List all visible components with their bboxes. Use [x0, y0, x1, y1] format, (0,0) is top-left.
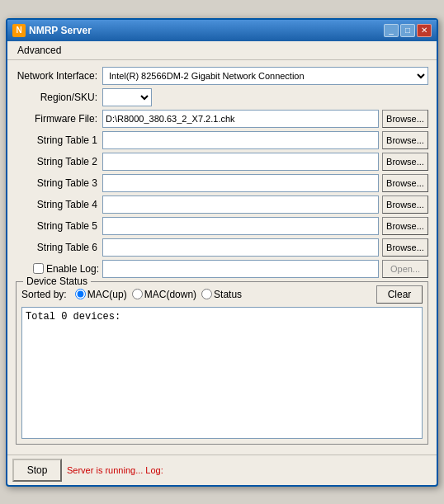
string-table-4-label: String Table 4	[16, 199, 102, 210]
menu-advanced[interactable]: Advanced	[12, 43, 66, 58]
sort-row: Sorted by: MAC(up) MAC(down) Status Clea…	[21, 285, 423, 304]
string-table-6-browse-button[interactable]: Browse...	[382, 238, 428, 257]
open-log-button[interactable]: Open...	[382, 260, 428, 278]
firmware-file-row: Firmware File: Browse...	[16, 110, 428, 128]
sorted-by-label: Sorted by:	[21, 289, 67, 300]
string-table-2-browse-button[interactable]: Browse...	[382, 153, 428, 171]
mac-up-label: MAC(up)	[87, 289, 127, 300]
status-text: Server is running... Log:	[67, 465, 432, 475]
firmware-file-input[interactable]	[102, 110, 379, 128]
string-table-1-label: String Table 1	[16, 134, 102, 146]
network-interface-row: Network Interface: Intel(R) 82566DM-2 Gi…	[16, 67, 428, 85]
mac-down-radio[interactable]	[132, 289, 143, 299]
status-label: Status	[214, 289, 242, 300]
string-table-4-row: String Table 4 Browse...	[16, 195, 428, 214]
string-table-2-row: String Table 2 Browse...	[16, 153, 428, 171]
string-table-3-browse-button[interactable]: Browse...	[382, 174, 428, 192]
string-table-1-input[interactable]	[102, 131, 379, 149]
string-table-5-label: String Table 5	[16, 220, 102, 232]
title-bar-left: N NMRP Server	[12, 24, 92, 37]
string-table-3-input[interactable]	[102, 174, 379, 192]
minimize-button[interactable]: _	[384, 24, 399, 37]
close-button[interactable]: ✕	[417, 24, 432, 37]
string-table-4-input[interactable]	[102, 195, 379, 214]
mac-up-radio[interactable]	[75, 289, 86, 299]
string-table-5-input[interactable]	[102, 217, 379, 235]
device-list-area: Total 0 devices:	[21, 307, 423, 439]
string-table-1-browse-button[interactable]: Browse...	[382, 131, 428, 149]
log-file-input[interactable]	[102, 260, 379, 278]
string-table-6-label: String Table 6	[16, 242, 102, 253]
content-area: Network Interface: Intel(R) 82566DM-2 Gi…	[7, 60, 437, 451]
mac-up-radio-label[interactable]: MAC(up)	[75, 289, 127, 300]
network-interface-select[interactable]: Intel(R) 82566DM-2 Gigabit Network Conne…	[102, 67, 428, 85]
network-interface-label: Network Interface:	[16, 70, 102, 82]
menubar: Advanced	[7, 41, 437, 60]
string-table-3-row: String Table 3 Browse...	[16, 174, 428, 192]
region-sku-select[interactable]	[102, 88, 152, 106]
device-status-legend: Device Status	[23, 276, 91, 287]
string-table-6-input[interactable]	[102, 238, 379, 257]
string-table-2-input[interactable]	[102, 153, 379, 171]
string-table-5-browse-button[interactable]: Browse...	[382, 217, 428, 235]
maximize-button[interactable]: □	[400, 24, 415, 37]
device-list-content: Total 0 devices:	[26, 311, 120, 323]
string-table-1-row: String Table 1 Browse...	[16, 131, 428, 149]
string-table-3-label: String Table 3	[16, 177, 102, 189]
device-status-group: Device Status Sorted by: MAC(up) MAC(dow…	[16, 281, 428, 445]
string-table-5-row: String Table 5 Browse...	[16, 217, 428, 235]
status-bar: Stop Server is running... Log:	[7, 455, 437, 485]
title-controls: _ □ ✕	[384, 24, 432, 37]
status-radio[interactable]	[201, 289, 212, 299]
title-bar: N NMRP Server _ □ ✕	[7, 20, 437, 41]
clear-button[interactable]: Clear	[376, 285, 423, 304]
mac-down-radio-label[interactable]: MAC(down)	[132, 289, 196, 300]
string-table-6-row: String Table 6 Browse...	[16, 238, 428, 257]
region-sku-row: Region/SKU:	[16, 88, 428, 106]
firmware-browse-button[interactable]: Browse...	[382, 110, 428, 128]
stop-button[interactable]: Stop	[12, 459, 62, 482]
string-table-4-browse-button[interactable]: Browse...	[382, 195, 428, 214]
firmware-file-label: Firmware File:	[16, 113, 102, 125]
enable-log-checkbox[interactable]	[33, 263, 44, 274]
main-window: N NMRP Server _ □ ✕ Advanced Network Int…	[6, 18, 438, 487]
string-table-2-label: String Table 2	[16, 156, 102, 167]
app-icon: N	[12, 24, 26, 37]
enable-log-checkbox-label[interactable]: Enable Log:	[16, 263, 102, 275]
window-title: NMRP Server	[29, 25, 92, 36]
enable-log-label: Enable Log:	[46, 263, 99, 275]
mac-down-label: MAC(down)	[144, 289, 196, 300]
status-radio-label[interactable]: Status	[201, 289, 242, 300]
region-sku-label: Region/SKU:	[16, 92, 102, 103]
